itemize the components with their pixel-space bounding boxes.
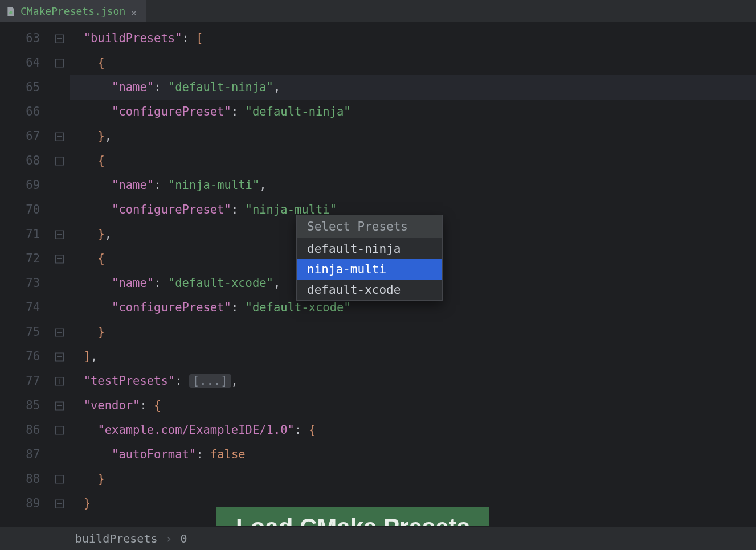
line-number: 66 [0,100,54,124]
line-number: 64 [0,51,54,75]
line-number: 88 [0,467,54,491]
line-number: 86 [0,418,54,442]
line-number: 63 [0,26,54,51]
line-number: 87 [0,442,54,467]
close-icon[interactable] [130,7,138,15]
code-line[interactable]: "vendor": { [70,393,756,418]
line-number: 71 [0,222,54,247]
line-number: 65 [0,75,54,100]
line-number: 72 [0,247,54,271]
preset-option[interactable]: ninja-multi [297,259,442,280]
code-line[interactable]: "example.com/ExampleIDE/1.0": { [70,418,756,442]
line-number: 89 [0,491,54,516]
code-line[interactable]: "buildPresets": [ [70,26,756,51]
line-number: 75 [0,320,54,344]
line-number: 85 [0,393,54,418]
line-number: 76 [0,344,54,369]
code-line[interactable]: "testPresets": [...], [70,369,756,393]
code-line[interactable]: { [70,51,756,75]
editor-tab[interactable]: CMakePresets.json [0,0,146,22]
select-presets-popup: Select Presets default-ninjaninja-multid… [296,215,443,301]
breadcrumb-bar: buildPresets › 0 [0,526,756,550]
line-number: 68 [0,149,54,173]
code-line[interactable]: } [70,320,756,344]
code-line[interactable]: "name": "default-ninja", [70,75,756,100]
code-line[interactable]: "configurePreset": "default-ninja" [70,100,756,124]
folded-region[interactable]: [...] [189,374,231,388]
line-number: 70 [0,198,54,222]
code-line[interactable]: }, [70,124,756,149]
line-number: 77 [0,369,54,393]
line-number: 73 [0,271,54,295]
line-number-gutter: 6364656667686970717273747576778586878889 [0,23,54,526]
preset-option[interactable]: default-ninja [297,239,442,259]
code-line[interactable]: } [70,467,756,491]
line-number: 69 [0,173,54,198]
preset-option[interactable]: default-xcode [297,280,442,300]
editor-tab-bar: CMakePresets.json [0,0,756,23]
code-line[interactable]: "name": "ninja-multi", [70,173,756,198]
breadcrumb-path[interactable]: buildPresets [75,532,158,545]
breadcrumb-index[interactable]: 0 [181,532,187,545]
code-line[interactable]: ], [70,344,756,369]
json-file-icon [6,6,16,17]
popup-title: Select Presets [297,215,442,239]
code-line[interactable]: "autoFormat": false [70,442,756,467]
tab-filename: CMakePresets.json [21,5,125,17]
chevron-right-icon: › [166,532,173,545]
line-number: 67 [0,124,54,149]
code-line[interactable]: { [70,149,756,173]
line-number: 74 [0,295,54,320]
